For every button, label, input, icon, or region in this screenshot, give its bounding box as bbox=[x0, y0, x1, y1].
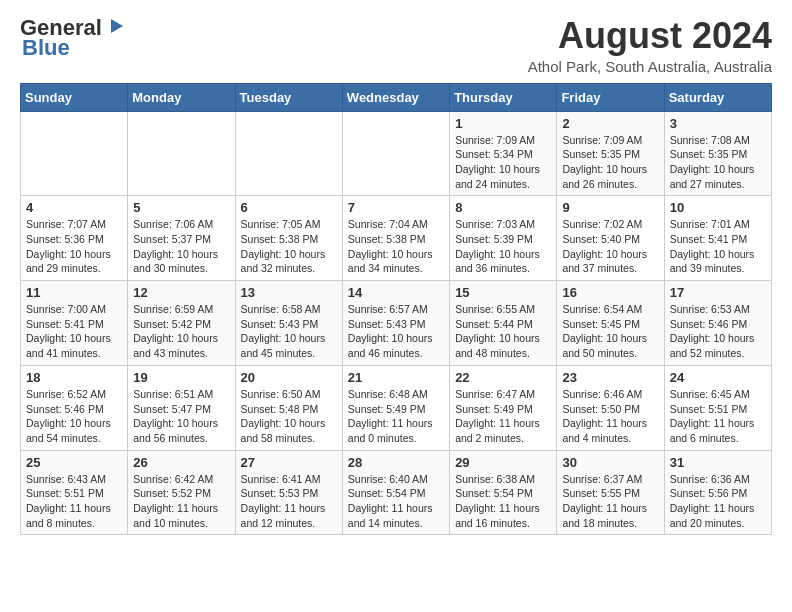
day-number: 19 bbox=[133, 370, 229, 385]
calendar-cell: 20Sunrise: 6:50 AMSunset: 5:48 PMDayligh… bbox=[235, 365, 342, 450]
cell-content: Sunrise: 7:02 AMSunset: 5:40 PMDaylight:… bbox=[562, 217, 658, 276]
day-number: 8 bbox=[455, 200, 551, 215]
day-number: 15 bbox=[455, 285, 551, 300]
day-number: 20 bbox=[241, 370, 337, 385]
cell-content: Sunrise: 6:45 AMSunset: 5:51 PMDaylight:… bbox=[670, 387, 766, 446]
day-number: 7 bbox=[348, 200, 444, 215]
week-row-5: 25Sunrise: 6:43 AMSunset: 5:51 PMDayligh… bbox=[21, 450, 772, 535]
calendar-cell: 27Sunrise: 6:41 AMSunset: 5:53 PMDayligh… bbox=[235, 450, 342, 535]
calendar-cell: 12Sunrise: 6:59 AMSunset: 5:42 PMDayligh… bbox=[128, 281, 235, 366]
cell-content: Sunrise: 6:50 AMSunset: 5:48 PMDaylight:… bbox=[241, 387, 337, 446]
cell-content: Sunrise: 6:41 AMSunset: 5:53 PMDaylight:… bbox=[241, 472, 337, 531]
calendar-cell: 4Sunrise: 7:07 AMSunset: 5:36 PMDaylight… bbox=[21, 196, 128, 281]
calendar-cell: 6Sunrise: 7:05 AMSunset: 5:38 PMDaylight… bbox=[235, 196, 342, 281]
cell-content: Sunrise: 6:53 AMSunset: 5:46 PMDaylight:… bbox=[670, 302, 766, 361]
day-number: 24 bbox=[670, 370, 766, 385]
weekday-header-monday: Monday bbox=[128, 83, 235, 111]
calendar-cell: 30Sunrise: 6:37 AMSunset: 5:55 PMDayligh… bbox=[557, 450, 664, 535]
weekday-header-saturday: Saturday bbox=[664, 83, 771, 111]
logo-blue: Blue bbox=[22, 36, 70, 60]
cell-content: Sunrise: 7:00 AMSunset: 5:41 PMDaylight:… bbox=[26, 302, 122, 361]
week-row-4: 18Sunrise: 6:52 AMSunset: 5:46 PMDayligh… bbox=[21, 365, 772, 450]
day-number: 27 bbox=[241, 455, 337, 470]
day-number: 5 bbox=[133, 200, 229, 215]
page-header: General Blue August 2024 Athol Park, Sou… bbox=[20, 16, 772, 75]
day-number: 1 bbox=[455, 116, 551, 131]
calendar-cell: 8Sunrise: 7:03 AMSunset: 5:39 PMDaylight… bbox=[450, 196, 557, 281]
title-area: August 2024 Athol Park, South Australia,… bbox=[528, 16, 772, 75]
calendar-cell: 11Sunrise: 7:00 AMSunset: 5:41 PMDayligh… bbox=[21, 281, 128, 366]
location: Athol Park, South Australia, Australia bbox=[528, 58, 772, 75]
calendar-cell: 22Sunrise: 6:47 AMSunset: 5:49 PMDayligh… bbox=[450, 365, 557, 450]
day-number: 22 bbox=[455, 370, 551, 385]
cell-content: Sunrise: 6:43 AMSunset: 5:51 PMDaylight:… bbox=[26, 472, 122, 531]
month-title: August 2024 bbox=[528, 16, 772, 56]
cell-content: Sunrise: 6:55 AMSunset: 5:44 PMDaylight:… bbox=[455, 302, 551, 361]
day-number: 12 bbox=[133, 285, 229, 300]
day-number: 23 bbox=[562, 370, 658, 385]
cell-content: Sunrise: 6:46 AMSunset: 5:50 PMDaylight:… bbox=[562, 387, 658, 446]
calendar-cell: 5Sunrise: 7:06 AMSunset: 5:37 PMDaylight… bbox=[128, 196, 235, 281]
calendar-cell: 18Sunrise: 6:52 AMSunset: 5:46 PMDayligh… bbox=[21, 365, 128, 450]
week-row-2: 4Sunrise: 7:07 AMSunset: 5:36 PMDaylight… bbox=[21, 196, 772, 281]
cell-content: Sunrise: 6:36 AMSunset: 5:56 PMDaylight:… bbox=[670, 472, 766, 531]
day-number: 10 bbox=[670, 200, 766, 215]
day-number: 18 bbox=[26, 370, 122, 385]
day-number: 13 bbox=[241, 285, 337, 300]
calendar-cell: 17Sunrise: 6:53 AMSunset: 5:46 PMDayligh… bbox=[664, 281, 771, 366]
cell-content: Sunrise: 7:09 AMSunset: 5:35 PMDaylight:… bbox=[562, 133, 658, 192]
weekday-header-tuesday: Tuesday bbox=[235, 83, 342, 111]
calendar-cell: 19Sunrise: 6:51 AMSunset: 5:47 PMDayligh… bbox=[128, 365, 235, 450]
day-number: 31 bbox=[670, 455, 766, 470]
day-number: 2 bbox=[562, 116, 658, 131]
calendar-cell: 31Sunrise: 6:36 AMSunset: 5:56 PMDayligh… bbox=[664, 450, 771, 535]
calendar-cell: 2Sunrise: 7:09 AMSunset: 5:35 PMDaylight… bbox=[557, 111, 664, 196]
cell-content: Sunrise: 7:08 AMSunset: 5:35 PMDaylight:… bbox=[670, 133, 766, 192]
cell-content: Sunrise: 7:06 AMSunset: 5:37 PMDaylight:… bbox=[133, 217, 229, 276]
logo: General Blue bbox=[20, 16, 125, 60]
calendar-cell bbox=[128, 111, 235, 196]
day-number: 25 bbox=[26, 455, 122, 470]
cell-content: Sunrise: 6:59 AMSunset: 5:42 PMDaylight:… bbox=[133, 302, 229, 361]
logo-icon bbox=[103, 15, 125, 37]
calendar-cell: 15Sunrise: 6:55 AMSunset: 5:44 PMDayligh… bbox=[450, 281, 557, 366]
day-number: 9 bbox=[562, 200, 658, 215]
weekday-header-friday: Friday bbox=[557, 83, 664, 111]
cell-content: Sunrise: 7:03 AMSunset: 5:39 PMDaylight:… bbox=[455, 217, 551, 276]
calendar-cell: 13Sunrise: 6:58 AMSunset: 5:43 PMDayligh… bbox=[235, 281, 342, 366]
cell-content: Sunrise: 7:04 AMSunset: 5:38 PMDaylight:… bbox=[348, 217, 444, 276]
cell-content: Sunrise: 7:07 AMSunset: 5:36 PMDaylight:… bbox=[26, 217, 122, 276]
weekday-header-wednesday: Wednesday bbox=[342, 83, 449, 111]
weekday-header-row: SundayMondayTuesdayWednesdayThursdayFrid… bbox=[21, 83, 772, 111]
day-number: 26 bbox=[133, 455, 229, 470]
cell-content: Sunrise: 6:58 AMSunset: 5:43 PMDaylight:… bbox=[241, 302, 337, 361]
calendar-cell: 1Sunrise: 7:09 AMSunset: 5:34 PMDaylight… bbox=[450, 111, 557, 196]
cell-content: Sunrise: 7:01 AMSunset: 5:41 PMDaylight:… bbox=[670, 217, 766, 276]
cell-content: Sunrise: 6:48 AMSunset: 5:49 PMDaylight:… bbox=[348, 387, 444, 446]
day-number: 17 bbox=[670, 285, 766, 300]
calendar-cell: 10Sunrise: 7:01 AMSunset: 5:41 PMDayligh… bbox=[664, 196, 771, 281]
cell-content: Sunrise: 6:51 AMSunset: 5:47 PMDaylight:… bbox=[133, 387, 229, 446]
cell-content: Sunrise: 7:05 AMSunset: 5:38 PMDaylight:… bbox=[241, 217, 337, 276]
day-number: 4 bbox=[26, 200, 122, 215]
calendar-cell: 26Sunrise: 6:42 AMSunset: 5:52 PMDayligh… bbox=[128, 450, 235, 535]
calendar-cell: 3Sunrise: 7:08 AMSunset: 5:35 PMDaylight… bbox=[664, 111, 771, 196]
calendar-cell: 25Sunrise: 6:43 AMSunset: 5:51 PMDayligh… bbox=[21, 450, 128, 535]
cell-content: Sunrise: 6:47 AMSunset: 5:49 PMDaylight:… bbox=[455, 387, 551, 446]
calendar-cell: 14Sunrise: 6:57 AMSunset: 5:43 PMDayligh… bbox=[342, 281, 449, 366]
calendar-table: SundayMondayTuesdayWednesdayThursdayFrid… bbox=[20, 83, 772, 536]
day-number: 16 bbox=[562, 285, 658, 300]
calendar-cell: 16Sunrise: 6:54 AMSunset: 5:45 PMDayligh… bbox=[557, 281, 664, 366]
calendar-cell bbox=[21, 111, 128, 196]
day-number: 3 bbox=[670, 116, 766, 131]
cell-content: Sunrise: 6:40 AMSunset: 5:54 PMDaylight:… bbox=[348, 472, 444, 531]
cell-content: Sunrise: 7:09 AMSunset: 5:34 PMDaylight:… bbox=[455, 133, 551, 192]
weekday-header-sunday: Sunday bbox=[21, 83, 128, 111]
week-row-1: 1Sunrise: 7:09 AMSunset: 5:34 PMDaylight… bbox=[21, 111, 772, 196]
cell-content: Sunrise: 6:52 AMSunset: 5:46 PMDaylight:… bbox=[26, 387, 122, 446]
calendar-cell: 21Sunrise: 6:48 AMSunset: 5:49 PMDayligh… bbox=[342, 365, 449, 450]
day-number: 30 bbox=[562, 455, 658, 470]
calendar-cell bbox=[235, 111, 342, 196]
calendar-cell: 23Sunrise: 6:46 AMSunset: 5:50 PMDayligh… bbox=[557, 365, 664, 450]
calendar-cell: 28Sunrise: 6:40 AMSunset: 5:54 PMDayligh… bbox=[342, 450, 449, 535]
